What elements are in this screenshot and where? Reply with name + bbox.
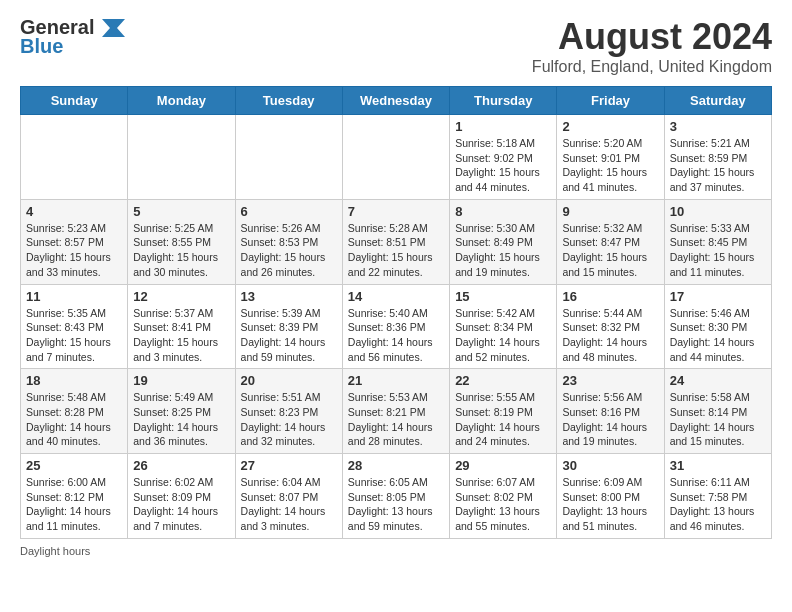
calendar-week-3: 11Sunrise: 5:35 AM Sunset: 8:43 PM Dayli… [21,284,772,369]
calendar-cell: 2Sunrise: 5:20 AM Sunset: 9:01 PM Daylig… [557,115,664,200]
day-info: Sunrise: 5:28 AM Sunset: 8:51 PM Dayligh… [348,221,444,280]
day-info: Sunrise: 5:35 AM Sunset: 8:43 PM Dayligh… [26,306,122,365]
day-info: Sunrise: 5:58 AM Sunset: 8:14 PM Dayligh… [670,390,766,449]
calendar-cell: 19Sunrise: 5:49 AM Sunset: 8:25 PM Dayli… [128,369,235,454]
day-number: 14 [348,289,444,304]
calendar-cell: 7Sunrise: 5:28 AM Sunset: 8:51 PM Daylig… [342,199,449,284]
calendar-week-2: 4Sunrise: 5:23 AM Sunset: 8:57 PM Daylig… [21,199,772,284]
header: General Blue August 2024 Fulford, Englan… [20,16,772,76]
calendar-cell: 22Sunrise: 5:55 AM Sunset: 8:19 PM Dayli… [450,369,557,454]
day-info: Sunrise: 5:56 AM Sunset: 8:16 PM Dayligh… [562,390,658,449]
day-number: 7 [348,204,444,219]
calendar-cell: 26Sunrise: 6:02 AM Sunset: 8:09 PM Dayli… [128,454,235,539]
day-number: 17 [670,289,766,304]
day-info: Sunrise: 5:26 AM Sunset: 8:53 PM Dayligh… [241,221,337,280]
calendar-cell: 28Sunrise: 6:05 AM Sunset: 8:05 PM Dayli… [342,454,449,539]
day-number: 19 [133,373,229,388]
day-info: Sunrise: 6:11 AM Sunset: 7:58 PM Dayligh… [670,475,766,534]
day-number: 26 [133,458,229,473]
day-number: 16 [562,289,658,304]
calendar-cell [235,115,342,200]
day-number: 15 [455,289,551,304]
day-number: 11 [26,289,122,304]
calendar-cell: 25Sunrise: 6:00 AM Sunset: 8:12 PM Dayli… [21,454,128,539]
day-number: 22 [455,373,551,388]
day-info: Sunrise: 5:37 AM Sunset: 8:41 PM Dayligh… [133,306,229,365]
calendar-cell [342,115,449,200]
calendar-cell: 24Sunrise: 5:58 AM Sunset: 8:14 PM Dayli… [664,369,771,454]
day-info: Sunrise: 6:04 AM Sunset: 8:07 PM Dayligh… [241,475,337,534]
day-number: 20 [241,373,337,388]
page: General Blue August 2024 Fulford, Englan… [0,0,792,567]
day-info: Sunrise: 5:55 AM Sunset: 8:19 PM Dayligh… [455,390,551,449]
day-number: 30 [562,458,658,473]
day-number: 31 [670,458,766,473]
day-number: 13 [241,289,337,304]
calendar-cell: 27Sunrise: 6:04 AM Sunset: 8:07 PM Dayli… [235,454,342,539]
calendar-cell: 12Sunrise: 5:37 AM Sunset: 8:41 PM Dayli… [128,284,235,369]
day-number: 23 [562,373,658,388]
calendar-cell: 30Sunrise: 6:09 AM Sunset: 8:00 PM Dayli… [557,454,664,539]
day-number: 4 [26,204,122,219]
weekday-header-row: SundayMondayTuesdayWednesdayThursdayFrid… [21,87,772,115]
calendar-week-1: 1Sunrise: 5:18 AM Sunset: 9:02 PM Daylig… [21,115,772,200]
day-info: Sunrise: 5:39 AM Sunset: 8:39 PM Dayligh… [241,306,337,365]
day-number: 3 [670,119,766,134]
calendar-table: SundayMondayTuesdayWednesdayThursdayFrid… [20,86,772,539]
calendar-cell: 3Sunrise: 5:21 AM Sunset: 8:59 PM Daylig… [664,115,771,200]
calendar-cell [21,115,128,200]
day-number: 9 [562,204,658,219]
calendar-header: SundayMondayTuesdayWednesdayThursdayFrid… [21,87,772,115]
calendar-cell: 10Sunrise: 5:33 AM Sunset: 8:45 PM Dayli… [664,199,771,284]
day-info: Sunrise: 5:32 AM Sunset: 8:47 PM Dayligh… [562,221,658,280]
day-info: Sunrise: 5:23 AM Sunset: 8:57 PM Dayligh… [26,221,122,280]
day-info: Sunrise: 5:20 AM Sunset: 9:01 PM Dayligh… [562,136,658,195]
day-info: Sunrise: 5:44 AM Sunset: 8:32 PM Dayligh… [562,306,658,365]
day-info: Sunrise: 6:09 AM Sunset: 8:00 PM Dayligh… [562,475,658,534]
calendar-cell: 14Sunrise: 5:40 AM Sunset: 8:36 PM Dayli… [342,284,449,369]
main-title: August 2024 [532,16,772,58]
day-info: Sunrise: 5:42 AM Sunset: 8:34 PM Dayligh… [455,306,551,365]
calendar-cell: 11Sunrise: 5:35 AM Sunset: 8:43 PM Dayli… [21,284,128,369]
calendar-cell: 17Sunrise: 5:46 AM Sunset: 8:30 PM Dayli… [664,284,771,369]
day-info: Sunrise: 5:40 AM Sunset: 8:36 PM Dayligh… [348,306,444,365]
day-number: 27 [241,458,337,473]
calendar-cell: 18Sunrise: 5:48 AM Sunset: 8:28 PM Dayli… [21,369,128,454]
day-info: Sunrise: 5:30 AM Sunset: 8:49 PM Dayligh… [455,221,551,280]
calendar-cell: 4Sunrise: 5:23 AM Sunset: 8:57 PM Daylig… [21,199,128,284]
weekday-header-tuesday: Tuesday [235,87,342,115]
day-info: Sunrise: 5:51 AM Sunset: 8:23 PM Dayligh… [241,390,337,449]
logo: General Blue [20,16,125,58]
title-block: August 2024 Fulford, England, United Kin… [532,16,772,76]
subtitle: Fulford, England, United Kingdom [532,58,772,76]
weekday-header-monday: Monday [128,87,235,115]
day-info: Sunrise: 5:53 AM Sunset: 8:21 PM Dayligh… [348,390,444,449]
day-info: Sunrise: 5:25 AM Sunset: 8:55 PM Dayligh… [133,221,229,280]
day-info: Sunrise: 5:21 AM Sunset: 8:59 PM Dayligh… [670,136,766,195]
weekday-header-friday: Friday [557,87,664,115]
footer-note: Daylight hours [20,545,772,557]
day-info: Sunrise: 6:02 AM Sunset: 8:09 PM Dayligh… [133,475,229,534]
day-number: 29 [455,458,551,473]
day-number: 25 [26,458,122,473]
calendar-cell: 1Sunrise: 5:18 AM Sunset: 9:02 PM Daylig… [450,115,557,200]
day-number: 6 [241,204,337,219]
weekday-header-wednesday: Wednesday [342,87,449,115]
svg-marker-0 [102,19,125,37]
day-info: Sunrise: 6:07 AM Sunset: 8:02 PM Dayligh… [455,475,551,534]
calendar-cell [128,115,235,200]
calendar-cell: 6Sunrise: 5:26 AM Sunset: 8:53 PM Daylig… [235,199,342,284]
day-number: 18 [26,373,122,388]
day-number: 1 [455,119,551,134]
day-number: 28 [348,458,444,473]
calendar-cell: 15Sunrise: 5:42 AM Sunset: 8:34 PM Dayli… [450,284,557,369]
calendar-cell: 20Sunrise: 5:51 AM Sunset: 8:23 PM Dayli… [235,369,342,454]
calendar-week-5: 25Sunrise: 6:00 AM Sunset: 8:12 PM Dayli… [21,454,772,539]
day-info: Sunrise: 6:00 AM Sunset: 8:12 PM Dayligh… [26,475,122,534]
calendar-cell: 9Sunrise: 5:32 AM Sunset: 8:47 PM Daylig… [557,199,664,284]
calendar-cell: 29Sunrise: 6:07 AM Sunset: 8:02 PM Dayli… [450,454,557,539]
calendar-cell: 16Sunrise: 5:44 AM Sunset: 8:32 PM Dayli… [557,284,664,369]
weekday-header-thursday: Thursday [450,87,557,115]
weekday-header-sunday: Sunday [21,87,128,115]
logo-flag-icon [97,17,125,39]
